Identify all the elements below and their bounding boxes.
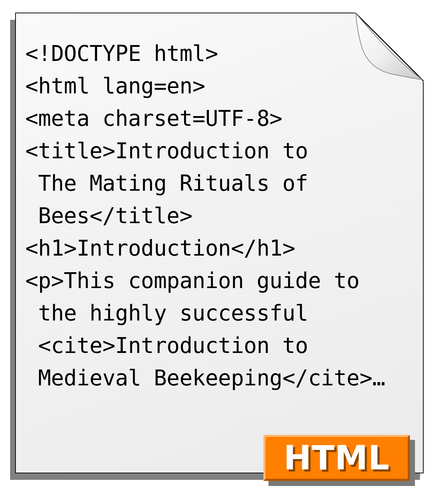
code-line: <h1>Introduction</h1> [25,235,295,261]
code-content: <!DOCTYPE html> <html lang=en> <meta cha… [25,37,385,394]
code-line: <!DOCTYPE html> [25,41,218,66]
code-line: <title>Introduction to [25,138,308,163]
code-line: Medieval Beekeeping</cite>… [25,365,385,390]
badge-label-text: HTML [284,439,390,477]
dogear-mask [354,13,424,82]
code-line: Bees</title> [25,203,192,228]
code-line: <html lang=en> [25,73,205,98]
badge-label: HTML HTML [284,439,390,477]
code-line: the highly successful [25,300,308,326]
code-line: The Mating Rituals of [25,171,308,196]
code-line: <p>This companion guide to [25,268,359,293]
html-badge: HTML HTML [263,435,410,481]
document-page: <!DOCTYPE html> <html lang=en> <meta cha… [15,13,424,473]
code-line: <cite>Introduction to [25,333,308,358]
code-line: <meta charset=UTF-8> [25,106,282,131]
